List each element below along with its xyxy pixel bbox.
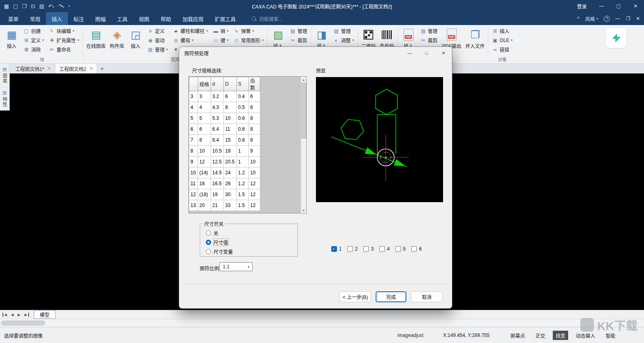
spec-row[interactable]: 555.3100.68 (189, 113, 260, 124)
preview-toggle[interactable]: 1 (331, 246, 342, 252)
ribbon-collapse-button[interactable]: ^ (577, 16, 580, 21)
column-header[interactable]: d (211, 77, 224, 91)
menu-tab[interactable]: 工具 (111, 12, 133, 25)
new-file-icon[interactable]: ▢ (13, 3, 18, 9)
spec-row[interactable]: 91212.520.5110 (189, 157, 260, 167)
redo-icon[interactable]: ↷▾ (58, 3, 64, 9)
pdf-manage-button[interactable]: ▤管理 (418, 26, 439, 36)
view-manage-button[interactable]: ▤管理 (331, 26, 356, 36)
back-button[interactable]: < 上一步(B) (339, 291, 371, 302)
function-search-input[interactable]: 功能搜索... (252, 12, 282, 25)
dialog-close-button[interactable]: ✕ (435, 47, 452, 59)
common-shapes-button[interactable]: ◇常用图形▾ (231, 36, 266, 45)
status-toggle[interactable]: 线宽 (553, 330, 568, 340)
column-header[interactable]: S (237, 77, 249, 91)
block-create-button[interactable]: ▢创建 (21, 26, 46, 36)
spec-row[interactable]: 12(18)19301.512 (189, 189, 260, 200)
app-menu-icon[interactable]: ▦ (4, 3, 9, 9)
status-toggle[interactable]: 正交 (533, 330, 548, 340)
spec-row[interactable]: 111616.5261.212 (189, 178, 260, 189)
column-header[interactable]: 规格 (198, 77, 211, 91)
spec-row[interactable]: 81010.51819 (189, 146, 260, 157)
dialog-minimize-button[interactable]: — (401, 47, 418, 59)
close-tab-icon[interactable]: ✕ (90, 67, 93, 71)
preview-toggle[interactable]: 4 (379, 246, 390, 252)
symbol-scale-select[interactable]: 1:1 ▾ (220, 262, 253, 271)
block-edit-button[interactable]: ✎块编辑▾ (47, 26, 81, 36)
menu-tab[interactable]: 图幅 (90, 12, 111, 25)
spec-row[interactable]: 132021331.512 (189, 200, 260, 211)
undo-icon[interactable]: ↶▾ (48, 3, 54, 9)
first-sheet-button[interactable]: ◀ (2, 313, 8, 317)
image-manage-button[interactable]: ▤管理 (288, 26, 309, 36)
document-tab[interactable]: 工程图文档1* ✕ (11, 64, 55, 73)
menu-tab[interactable]: 帮助 (155, 12, 177, 25)
scroll-up-icon[interactable]: ▲ (302, 77, 305, 82)
library-drive-button[interactable]: ◉驱动 (145, 36, 170, 45)
column-header[interactable]: D (224, 77, 237, 91)
new-tab-button[interactable]: + (97, 64, 107, 73)
preview-toggle[interactable]: 5 (395, 246, 406, 252)
view-adjust-button[interactable]: ◐调整▾ (331, 36, 356, 45)
doc-minimize-button[interactable]: — (615, 16, 620, 21)
block-purge-button[interactable]: ⊠消除 (21, 45, 46, 54)
model-tab[interactable]: 模型 (34, 310, 56, 319)
dim-switch-option[interactable]: 关 (206, 229, 297, 236)
login-button[interactable]: 登录 (571, 3, 593, 10)
close-button[interactable]: ✕ (627, 0, 644, 12)
preview-toggle[interactable]: 6 (411, 246, 422, 252)
spec-row[interactable]: 10(14)14.5241.210 (189, 167, 260, 178)
close-tab-icon[interactable]: ✕ (48, 67, 51, 71)
object-insert-button[interactable]: ⊞插入 (490, 26, 514, 36)
block-define-button[interactable]: ⊞定义▾ (21, 36, 46, 45)
open-file-icon[interactable]: ❒ (22, 3, 27, 9)
pdf-crop-button[interactable]: ✂裁剪 (418, 36, 439, 45)
ole-button[interactable]: ▣OLE▾ (490, 36, 514, 45)
help-button[interactable]: ? (604, 16, 610, 22)
side-tab-library[interactable]: ▤ 图库 (0, 64, 9, 87)
scrollbar-thumb[interactable] (1, 320, 45, 326)
keys-button[interactable]: ▭键▾ (211, 36, 230, 45)
menu-tab[interactable]: 视图 (133, 12, 155, 25)
print-icon[interactable]: ▤ (39, 3, 44, 9)
preview-toggle[interactable]: 2 (347, 246, 358, 252)
image-crop-button[interactable]: ✂裁剪 (288, 36, 309, 45)
link-button[interactable]: ∞链接 (490, 45, 514, 54)
menu-tab[interactable]: 加载应用 (177, 12, 209, 25)
spec-table[interactable]: 规格dDS齿数 333.260.46444.380.58555.3100.686… (189, 77, 260, 211)
maximize-button[interactable]: ▢ (610, 0, 627, 12)
library-insert-button[interactable]: ◲ 插入 (127, 26, 144, 54)
spec-row[interactable]: 666.4110.68 (189, 124, 260, 135)
menu-tab[interactable]: 插入 (46, 12, 68, 25)
block-insert-button[interactable]: ▦ 插入 (3, 26, 21, 54)
spec-row[interactable]: 788.4150.88 (189, 135, 260, 146)
dialog-titlebar[interactable]: 图符预处理 — □ ✕ (179, 47, 452, 59)
cancel-button[interactable]: 取消 (411, 291, 443, 302)
merge-file-button[interactable]: ❐ 并入文件 (464, 26, 486, 54)
rename-button[interactable]: ✏重命名 (47, 45, 81, 54)
finish-button[interactable]: 完成 (376, 291, 406, 302)
table-scrollbar[interactable]: ▲ ▼ (301, 77, 306, 213)
spec-row[interactable]: 444.380.58 (189, 102, 260, 113)
dim-switch-option[interactable]: 尺寸变量 (206, 248, 297, 255)
next-sheet-button[interactable]: ▶ (17, 313, 21, 317)
column-header[interactable] (189, 77, 198, 91)
status-toggle[interactable]: 屏幕点 (508, 330, 528, 340)
menu-tab[interactable]: 标注 (68, 12, 90, 25)
save-icon[interactable]: ⊡ (31, 3, 35, 9)
doc-restore-button[interactable]: ❐ (626, 16, 630, 21)
menu-tab[interactable]: 扩展工具 (209, 12, 241, 25)
quick-access-dropdown-icon[interactable]: ▾ (68, 4, 70, 8)
scroll-down-icon[interactable]: ▼ (302, 207, 305, 213)
bolts-button[interactable]: ▰螺栓和螺柱▾ (171, 26, 210, 36)
style-dropdown[interactable]: 风格 ▾ (585, 15, 598, 22)
status-toggle[interactable]: 智能 (603, 330, 618, 340)
column-header[interactable]: 齿数 (249, 77, 260, 91)
spec-row[interactable]: 333.260.46 (189, 91, 260, 102)
library-manage-button[interactable]: ▤管理▾ (145, 45, 170, 54)
library-define-button[interactable]: ≡定义 (145, 26, 170, 36)
dim-switch-option[interactable]: 尺寸值 (206, 238, 297, 246)
status-toggle[interactable]: 动态输入 (573, 330, 598, 340)
scrollbar-thumb[interactable] (301, 83, 306, 138)
pins-button[interactable]: ▬销▾ (211, 26, 230, 36)
